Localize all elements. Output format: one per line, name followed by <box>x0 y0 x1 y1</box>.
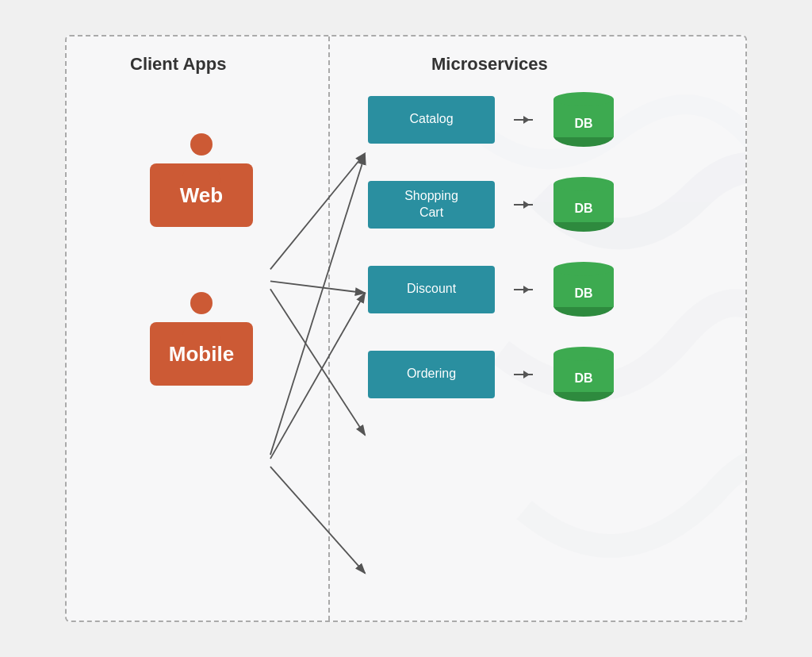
ordering-label: Ordering <box>407 366 456 382</box>
section-divider <box>328 36 330 620</box>
client-section: Web Mobile <box>90 100 312 386</box>
discount-db-label: DB <box>574 286 592 301</box>
diagram-container: Client Apps Microservices Web <box>65 35 747 622</box>
catalog-arrow <box>514 119 533 121</box>
catalog-db-top <box>553 92 614 106</box>
shopping-cart-db: DB <box>552 177 615 232</box>
ordering-db: DB <box>552 347 615 402</box>
shopping-cart-service-box: ShoppingCart <box>368 181 495 229</box>
discount-label: Discount <box>407 281 456 298</box>
ordering-db-top <box>553 347 614 361</box>
web-person-icon <box>178 132 225 179</box>
mobile-client-item: Mobile <box>150 290 253 386</box>
ordering-db-label: DB <box>574 371 592 386</box>
shopping-cart-db-bottom <box>553 221 614 232</box>
catalog-db: DB <box>552 92 615 147</box>
shopping-cart-row: ShoppingCart DB <box>368 177 622 232</box>
ordering-arrow <box>514 374 533 375</box>
ordering-service-box: Ordering <box>368 351 495 398</box>
shopping-cart-db-top <box>553 177 614 191</box>
shopping-cart-arrow <box>514 204 533 206</box>
svg-point-1 <box>190 292 213 314</box>
catalog-service-box: Catalog <box>368 96 495 144</box>
discount-db: DB <box>552 262 615 317</box>
mobile-person-icon <box>178 290 225 338</box>
shopping-cart-db-label: DB <box>574 202 592 216</box>
shopping-cart-arrow-line <box>514 204 533 206</box>
client-apps-label: Client Apps <box>130 54 226 75</box>
catalog-db-label: DB <box>574 117 592 131</box>
ordering-arrow-line <box>514 374 533 375</box>
svg-point-0 <box>190 133 213 156</box>
discount-row: Discount DB <box>368 262 622 317</box>
ordering-db-bottom <box>553 390 614 402</box>
discount-arrow-line <box>514 289 533 290</box>
microservices-section: Catalog DB ShoppingCart <box>368 92 622 402</box>
catalog-db-bottom <box>553 136 614 147</box>
discount-arrow <box>514 289 533 290</box>
discount-service-box: Discount <box>368 266 495 313</box>
microservices-label: Microservices <box>431 54 548 75</box>
discount-db-top <box>553 262 614 276</box>
catalog-row: Catalog DB <box>368 92 622 147</box>
catalog-arrow-line <box>514 119 533 121</box>
ordering-row: Ordering DB <box>368 347 622 402</box>
discount-db-bottom <box>553 305 614 317</box>
web-client-item: Web <box>150 132 253 227</box>
shopping-cart-label: ShoppingCart <box>404 188 458 221</box>
catalog-label: Catalog <box>409 111 453 128</box>
